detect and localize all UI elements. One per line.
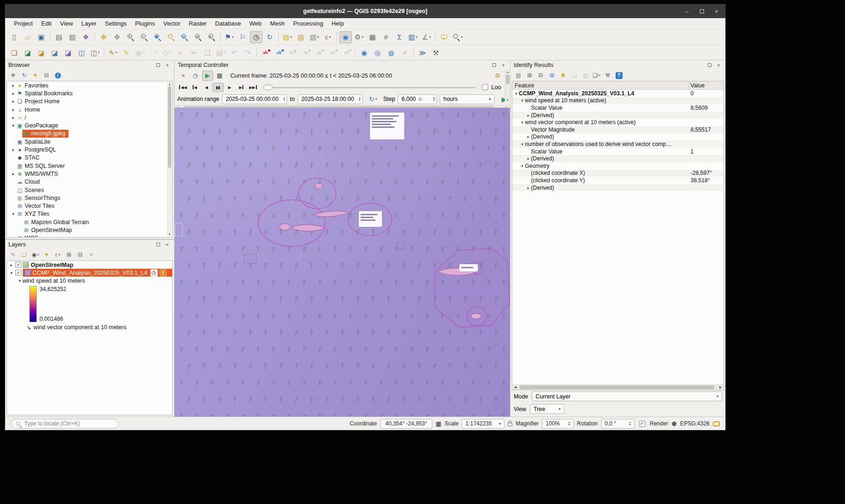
browser-item-stac[interactable]: ◆STAC <box>7 154 168 162</box>
expander-icon[interactable]: ▸ <box>526 186 531 190</box>
layer-diagram[interactable]: ab <box>273 46 285 59</box>
nominatim-search[interactable]: ▾ <box>451 31 464 43</box>
expander-icon[interactable]: ▾ <box>520 120 525 125</box>
new-spatialite-layer[interactable]: ◪ <box>48 46 61 59</box>
expander-icon[interactable]: ▸ <box>11 83 16 88</box>
identify-row-scalar-value[interactable]: Scalar Value8,5609 <box>512 104 724 112</box>
magnifier-spinbox[interactable]: 100%▴▾ <box>542 419 574 429</box>
menu-view[interactable]: View <box>56 19 77 28</box>
fixed-range-navigation[interactable]: ◷ <box>190 71 201 81</box>
new-spatial-bookmark[interactable]: ⚑▾ <box>223 31 235 43</box>
collapse-all[interactable]: ⊟ <box>41 71 52 80</box>
rewind-to-start[interactable]: ◀◀ <box>177 83 189 92</box>
project-open[interactable]: ▱ <box>21 31 34 43</box>
georeferencer[interactable]: ◎ <box>371 46 384 59</box>
identify-row-clicked-coordinate-y[interactable]: (clicked coordinate Y)38,518° <box>512 177 724 184</box>
animated-navigation[interactable]: ▶ <box>202 71 213 81</box>
range-end-input[interactable]: 2025-03-25 18:00:00▴▾ <box>298 94 363 104</box>
scale-combobox[interactable]: 1:1742235▾ <box>462 419 504 429</box>
select-features[interactable]: ▧▾ <box>281 31 294 43</box>
menu-project[interactable]: Project <box>10 19 37 28</box>
expander-icon[interactable]: ▾ <box>520 98 525 103</box>
help[interactable]: ? <box>614 71 624 80</box>
lock-scale-icon[interactable] <box>508 423 512 426</box>
scroll-track[interactable] <box>518 385 718 390</box>
collapse-all-layers[interactable]: ⊟ <box>75 250 85 259</box>
extents-toggle-icon[interactable]: ▦ <box>436 420 441 427</box>
identify-row-wind-vector-component-at-10-meters-active[interactable]: ▾wind vector component at 10 meters (act… <box>512 119 724 126</box>
spin-arrows-icon[interactable]: ▴▾ <box>357 97 361 102</box>
layer-labeling[interactable]: ab <box>259 46 272 59</box>
layer-subitem-wind-vector-component-at-10-meters[interactable]: ↘wind vector component at 10 meters <box>7 323 172 331</box>
spin-arrows-icon[interactable]: ▴▾ <box>567 421 570 426</box>
identify-row-wind-speed-at-10-meters-active[interactable]: ▾wind speed at 10 meters (active) <box>512 97 724 105</box>
coordinate-input[interactable]: 40,354° -24,953° <box>380 419 432 429</box>
identify-row-ccmp-wind-analysis-20250325-v03-1-l4[interactable]: ▾CCMP_Wind_Analysis_20250325_V03.1_L40 <box>512 90 724 97</box>
expander-icon[interactable]: ▾ <box>11 123 16 128</box>
slider-handle[interactable] <box>263 85 273 90</box>
toolbox[interactable]: ⚒ <box>429 46 442 59</box>
pause[interactable]: ▮▮ <box>212 83 224 92</box>
zoom-to-native-resolution[interactable]: ◉ <box>358 46 370 59</box>
step-input[interactable]: 6,000⊗▴▾ <box>398 94 437 104</box>
expander-icon[interactable]: ▸ <box>11 172 16 176</box>
scroll-thumb[interactable] <box>506 75 510 84</box>
collapse-tree[interactable]: ⊟ <box>536 71 546 80</box>
browser-item-favorites[interactable]: ▸★Favorites <box>7 81 168 89</box>
expand-tree[interactable]: ⊞ <box>524 71 535 80</box>
open-layer-styling[interactable]: ✎ <box>8 250 18 259</box>
select-features-by-value[interactable]: ▧ <box>295 31 307 43</box>
scroll-down-icon[interactable]: ▼ <box>168 232 171 237</box>
view-combobox[interactable]: Tree▾ <box>530 404 564 414</box>
layer-checkbox[interactable]: ✓ <box>15 262 21 268</box>
menu-settings[interactable]: Settings <box>101 19 131 28</box>
project-save[interactable]: ▣ <box>35 31 47 43</box>
expander-icon[interactable]: ▾ <box>9 271 14 275</box>
run-feature-action[interactable]: ⚙▾ <box>353 31 365 43</box>
layer-item-ccmp-wind-analysis-20250325-v03-1-l4[interactable]: ▾✓CCMP_Wind_Analysis_20250325_V03.1_L4◷? <box>7 269 172 277</box>
undock-panel-button[interactable] <box>154 62 161 69</box>
menu-web[interactable]: Web <box>245 19 266 28</box>
scroll-left-icon[interactable]: ◀ <box>512 385 518 390</box>
zoom-last[interactable]: ◂ <box>192 31 204 43</box>
identify-settings[interactable]: ⚒ <box>603 71 613 80</box>
menu-layer[interactable]: Layer <box>77 19 101 28</box>
skip-to-end[interactable]: ▶▶ <box>247 83 259 92</box>
expander-icon[interactable]: ▾ <box>514 91 519 96</box>
expander-icon[interactable]: ▸ <box>11 115 16 120</box>
manage-map-themes[interactable]: ◉▾ <box>30 250 40 259</box>
spin-arrows-icon[interactable]: ▴▾ <box>282 97 285 102</box>
select-by-expression[interactable]: ε▾ <box>322 31 334 43</box>
scroll-up-icon[interactable]: ▲ <box>168 82 171 86</box>
scroll-up-icon[interactable]: ▲ <box>506 70 509 74</box>
menu-plugins[interactable]: Plugins <box>131 19 159 28</box>
identify-row-number-of-observations-used-to-derive-wind-vector-comp[interactable]: ▾number of observations used to derive w… <box>512 140 724 148</box>
play-forward[interactable]: ▶ <box>224 83 235 92</box>
scroll-track[interactable] <box>168 86 172 232</box>
browser-item-scenes[interactable]: ◫Scenes <box>7 186 168 194</box>
close-panel-button[interactable]: × <box>500 62 507 69</box>
undock-panel-button[interactable] <box>706 62 713 69</box>
identify-row-vector-magnitude[interactable]: Vector Magnitude8,55517 <box>512 126 724 133</box>
loop-checkbox[interactable] <box>482 84 488 90</box>
column-header-value[interactable]: Value <box>689 82 724 89</box>
filter-legend[interactable]: ▼ <box>41 250 52 259</box>
new-mesh-layer[interactable]: ◫ <box>75 46 88 59</box>
next-frame[interactable]: ▶ <box>235 83 247 92</box>
step-unit-combobox[interactable]: hours▾ <box>440 94 495 104</box>
browser-item-spatial-bookmarks[interactable]: ▸⚑Spatial Bookmarks <box>7 89 168 97</box>
layer-item-openstreetmap[interactable]: ▸✓OpenStreetMap <box>7 261 172 269</box>
zoom-out[interactable]: − <box>138 31 150 43</box>
scroll-right-icon[interactable]: ▶ <box>718 385 724 390</box>
browser-item-postgresql[interactable]: ▸●PostgreSQL <box>7 146 168 153</box>
close-button[interactable]: × <box>711 6 722 16</box>
expander-icon[interactable]: ▾ <box>520 164 525 168</box>
zoom-full[interactable]: ▣ <box>151 31 164 43</box>
add-group[interactable]: ❏ <box>19 250 29 259</box>
browser-item-wms-wmts[interactable]: ▸⊕WMS/WMTS <box>7 170 168 178</box>
temporal-navigation-off[interactable]: × <box>178 71 189 81</box>
measure[interactable]: ∠▾ <box>420 31 433 43</box>
quickosm[interactable]: ⚡ <box>398 46 411 59</box>
layer-checkbox[interactable]: ✓ <box>15 270 21 276</box>
browser-item-xyz-tiles[interactable]: ▾⊞XYZ Tiles <box>7 210 168 218</box>
